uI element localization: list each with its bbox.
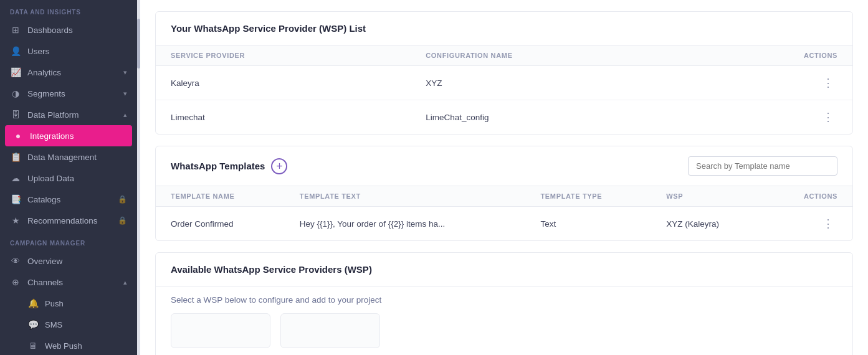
chevron-down-icon: ▾ <box>123 90 127 98</box>
actions-cell: ⋮ <box>697 100 852 135</box>
integrations-icon: ● <box>12 131 24 141</box>
config-name: LimeChat_config <box>411 100 697 135</box>
template-wsp: XYZ (Kaleyra) <box>651 207 765 241</box>
wsp-list-title: Your WhatsApp Service Provider (WSP) Lis… <box>156 12 852 45</box>
sidebar-item-label: Upload Data <box>27 174 74 183</box>
whatsapp-templates-section: WhatsApp Templates + TEMPLATE NAME TEMPL… <box>155 146 853 241</box>
sidebar-item-segments[interactable]: ◑ Segments ▾ <box>0 83 137 104</box>
lock-icon: 🔒 <box>118 216 127 225</box>
available-wsp-subtitle: Select a WSP below to configure and add … <box>156 286 852 313</box>
sidebar-item-label: Dashboards <box>27 26 73 35</box>
col-template-name: TEMPLATE NAME <box>156 186 285 207</box>
col-configuration-name: CONFIGURATION NAME <box>411 45 697 66</box>
recommendations-icon: ★ <box>10 215 21 225</box>
sidebar-item-label: SMS <box>45 320 62 329</box>
sms-icon: 💬 <box>27 320 39 329</box>
actions-cell: ⋮ <box>697 66 852 100</box>
available-wsp-title: Available WhatsApp Service Providers (WS… <box>156 253 852 286</box>
dashboards-icon: ⊞ <box>10 25 21 35</box>
data-management-icon: 📋 <box>10 152 21 162</box>
sidebar-item-label: Analytics <box>27 68 61 77</box>
main-content: Your WhatsApp Service Provider (WSP) Lis… <box>140 0 868 355</box>
actions-cell: ⋮ <box>765 207 852 241</box>
sidebar-item-label: Catalogs <box>27 195 60 204</box>
sidebar-item-push[interactable]: 🔔 Push <box>0 293 137 314</box>
templates-header: WhatsApp Templates + <box>156 146 852 186</box>
provider-name: Limechat <box>156 100 411 135</box>
sidebar-item-overview[interactable]: 👁 Overview <box>0 250 137 272</box>
chevron-up-icon: ▴ <box>123 111 127 119</box>
segments-icon: ◑ <box>10 88 21 98</box>
data-platform-icon: 🗄 <box>10 110 21 120</box>
sidebar-item-upload-data[interactable]: ☁ Upload Data <box>0 168 137 189</box>
catalogs-icon: 📑 <box>10 194 21 204</box>
sidebar-item-data-management[interactable]: 📋 Data Management <box>0 146 137 168</box>
sidebar-item-channels[interactable]: ⊕ Channels ▴ <box>0 272 137 293</box>
channels-icon: ⊕ <box>10 277 21 287</box>
wsp-list-section: Your WhatsApp Service Provider (WSP) Lis… <box>155 11 853 135</box>
sidebar-item-label: Segments <box>27 89 65 98</box>
chevron-up-icon: ▴ <box>123 278 127 286</box>
col-service-provider: SERVICE PROVIDER <box>156 45 411 66</box>
sidebar-item-label: Web Push <box>45 341 82 351</box>
analytics-icon: 📈 <box>10 67 21 77</box>
sidebar-item-label: Users <box>27 47 49 56</box>
add-template-button[interactable]: + <box>271 158 287 174</box>
overview-icon: 👁 <box>10 256 21 266</box>
kebab-menu-button[interactable]: ⋮ <box>819 215 837 232</box>
sidebar-item-label: Overview <box>27 257 62 266</box>
sidebar-section-data: DATA AND INSIGHTS <box>0 0 137 19</box>
col-template-type: TEMPLATE TYPE <box>525 186 651 207</box>
template-name: Order Confirmed <box>156 207 285 241</box>
template-text: Hey {{1}}, Your order of {{2}} items ha.… <box>285 207 526 241</box>
table-row: Order Confirmed Hey {{1}}, Your order of… <box>156 207 852 241</box>
templates-title: WhatsApp Templates + <box>171 158 287 174</box>
sidebar-item-data-platform[interactable]: 🗄 Data Platform ▴ <box>0 104 137 125</box>
sidebar-item-label: Channels <box>27 278 63 287</box>
template-type: Text <box>525 207 651 241</box>
col-wsp: WSP <box>651 186 765 207</box>
lock-icon: 🔒 <box>118 195 127 204</box>
available-wsp-section: Available WhatsApp Service Providers (WS… <box>155 252 853 355</box>
users-icon: 👤 <box>10 46 21 56</box>
sidebar-item-sms[interactable]: 💬 SMS <box>0 314 137 335</box>
col-actions: ACTIONS <box>765 186 852 207</box>
table-row: Kaleyra XYZ ⋮ <box>156 66 852 100</box>
sidebar-item-label: Push <box>45 299 64 308</box>
table-row: Limechat LimeChat_config ⋮ <box>156 100 852 135</box>
sidebar-item-catalogs[interactable]: 📑 Catalogs 🔒 <box>0 189 137 210</box>
config-name: XYZ <box>411 66 697 100</box>
sidebar-item-integrations[interactable]: ● Integrations <box>5 125 132 146</box>
kebab-menu-button[interactable]: ⋮ <box>819 109 837 125</box>
wsp-table: SERVICE PROVIDER CONFIGURATION NAME ACTI… <box>156 45 852 134</box>
templates-table: TEMPLATE NAME TEMPLATE TEXT TEMPLATE TYP… <box>156 186 852 240</box>
kebab-menu-button[interactable]: ⋮ <box>819 75 837 91</box>
col-actions: ACTIONS <box>697 45 852 66</box>
search-input[interactable] <box>688 156 837 176</box>
push-icon: 🔔 <box>27 298 39 308</box>
sidebar-item-recommendations[interactable]: ★ Recommendations 🔒 <box>0 210 137 231</box>
sidebar: DATA AND INSIGHTS ⊞ Dashboards 👤 Users 📈… <box>0 0 137 355</box>
provider-name: Kaleyra <box>156 66 411 100</box>
sidebar-section-campaign: CAMPAIGN MANAGER <box>0 231 137 250</box>
sidebar-item-label: Integrations <box>30 131 74 141</box>
sidebar-item-label: Recommendations <box>27 216 98 225</box>
sidebar-item-analytics[interactable]: 📈 Analytics ▾ <box>0 62 137 83</box>
chevron-down-icon: ▾ <box>123 69 127 77</box>
upload-data-icon: ☁ <box>10 173 21 183</box>
sidebar-item-users[interactable]: 👤 Users <box>0 40 137 62</box>
sidebar-item-web-push[interactable]: 🖥 Web Push <box>0 335 137 355</box>
sidebar-item-label: Data Platform <box>27 110 79 120</box>
web-push-icon: 🖥 <box>27 341 39 351</box>
sidebar-item-dashboards[interactable]: ⊞ Dashboards <box>0 19 137 40</box>
sidebar-item-label: Data Management <box>27 153 97 162</box>
col-template-text: TEMPLATE TEXT <box>285 186 526 207</box>
